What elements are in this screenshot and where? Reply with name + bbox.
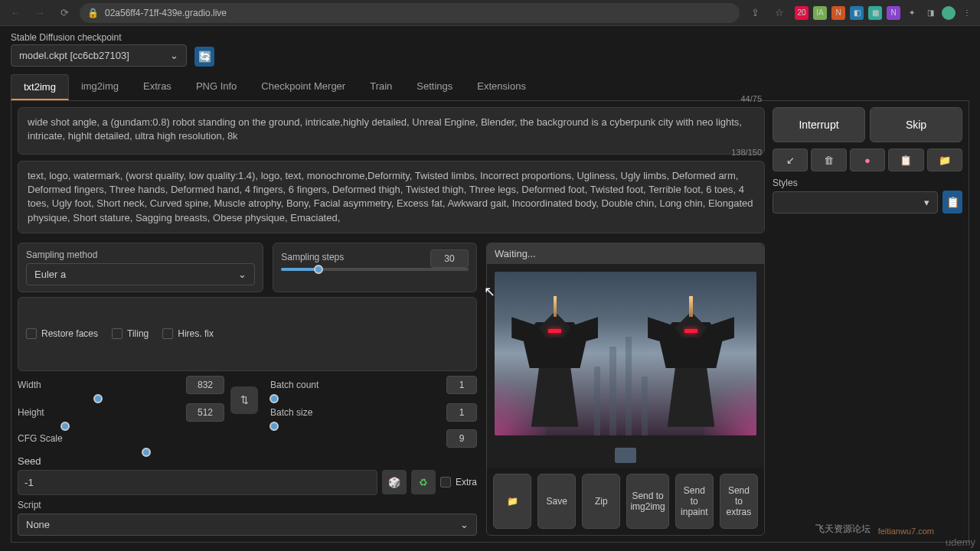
restore-faces-checkbox[interactable]: Restore faces bbox=[26, 304, 98, 364]
send-extras-button[interactable]: Send to extras bbox=[720, 474, 758, 529]
sampling-method-dropdown[interactable]: Euler a ⌄ bbox=[26, 263, 255, 285]
tab-img2img[interactable]: img2img bbox=[69, 74, 131, 100]
script-group: Script None ⌄ bbox=[18, 500, 477, 536]
neg-prompt-token-count: 138/150 bbox=[731, 148, 762, 157]
url-bar[interactable]: 🔒 02a56ff4-71ff-439e.gradio.live bbox=[80, 3, 740, 23]
seed-group: Seed 🎲 ♻ Extra bbox=[18, 455, 477, 495]
puzzle-icon[interactable]: ✦ bbox=[905, 6, 919, 20]
prompt-text[interactable]: wide shot angle, a (gundam:0.8) robot st… bbox=[28, 116, 755, 146]
batch-count-input[interactable] bbox=[446, 376, 477, 394]
tab-txt2img[interactable]: txt2img bbox=[11, 74, 69, 100]
back-button[interactable]: ← bbox=[6, 4, 24, 22]
tab-pnginfo[interactable]: PNG Info bbox=[184, 74, 249, 100]
extension-icons: 20 IA N ◧ ▦ N ✦ ◨ ⋮ bbox=[795, 6, 974, 20]
reload-button[interactable]: ⟳ bbox=[55, 4, 74, 22]
chevron-down-icon: ⌄ bbox=[460, 519, 469, 530]
share-icon[interactable]: ⇪ bbox=[746, 4, 764, 22]
skip-button[interactable]: Skip bbox=[870, 107, 962, 142]
send-inpaint-button[interactable]: Send to inpaint bbox=[675, 474, 714, 529]
chevron-down-icon: ⌄ bbox=[238, 269, 247, 280]
ext-icon-3[interactable]: N bbox=[831, 6, 845, 20]
output-image-area: ✕ bbox=[487, 264, 764, 443]
trash-icon[interactable]: 🗑 bbox=[811, 148, 846, 171]
sampling-steps-slider[interactable] bbox=[281, 268, 469, 271]
panel-icon[interactable]: ◨ bbox=[923, 6, 937, 20]
negative-prompt-box[interactable]: text, logo, watermark, (worst quality, l… bbox=[18, 161, 765, 233]
zip-button[interactable]: Zip bbox=[582, 474, 620, 529]
ext-icon-2[interactable]: IA bbox=[813, 6, 827, 20]
watermark-udemy: udemy bbox=[946, 536, 975, 548]
tiling-checkbox[interactable]: Tiling bbox=[112, 304, 149, 364]
checkbox-row: Restore faces Tiling Hires. fix bbox=[18, 297, 477, 371]
star-icon[interactable]: ☆ bbox=[770, 4, 789, 22]
tab-checkpoint-merger[interactable]: Checkpoint Merger bbox=[249, 74, 358, 100]
save-button[interactable]: Save bbox=[537, 474, 576, 529]
send-img2img-button[interactable]: Send to img2img bbox=[626, 474, 668, 529]
clipboard-icon[interactable]: 📋 bbox=[888, 148, 923, 171]
height-group: Height bbox=[18, 403, 224, 425]
ext-icon-5[interactable]: ▦ bbox=[868, 6, 882, 20]
script-dropdown[interactable]: None ⌄ bbox=[18, 514, 477, 536]
prompt-box[interactable]: wide shot angle, a (gundam:0.8) robot st… bbox=[18, 107, 765, 155]
open-folder-button[interactable]: 📁 bbox=[493, 474, 531, 529]
recycle-seed-button[interactable]: ♻ bbox=[411, 470, 436, 494]
prompt-token-count: 44/75 bbox=[740, 94, 762, 103]
checkpoint-label: Stable Diffusion checkpoint bbox=[11, 32, 187, 43]
height-label: Height bbox=[18, 407, 44, 418]
batch-size-group: Batch size bbox=[270, 403, 477, 425]
sampling-method-label: Sampling method bbox=[26, 249, 255, 260]
chevron-down-icon: ▾ bbox=[924, 197, 929, 208]
output-status: Waiting... bbox=[487, 243, 764, 264]
ext-icon-4[interactable]: ◧ bbox=[850, 6, 864, 20]
apply-style-button[interactable]: 📋 bbox=[942, 191, 962, 214]
ext-icon-1[interactable]: 20 bbox=[795, 6, 808, 20]
width-input[interactable] bbox=[186, 376, 224, 394]
browser-bar: ← → ⟳ 🔒 02a56ff4-71ff-439e.gradio.live ⇪… bbox=[0, 0, 980, 26]
thumbnail[interactable] bbox=[615, 448, 636, 463]
negative-prompt-text[interactable]: text, logo, watermark, (worst quality, l… bbox=[28, 169, 755, 225]
lock-icon: 🔒 bbox=[87, 8, 99, 18]
main-tabs: txt2img img2img Extras PNG Info Checkpoi… bbox=[11, 74, 969, 101]
arrow-icon[interactable]: ↙ bbox=[773, 148, 808, 171]
batch-size-input[interactable] bbox=[446, 403, 477, 422]
tab-extras[interactable]: Extras bbox=[131, 74, 184, 100]
random-seed-button[interactable]: 🎲 bbox=[382, 470, 407, 494]
refresh-checkpoint-button[interactable]: 🔄 bbox=[194, 47, 214, 67]
sampling-steps-input[interactable] bbox=[430, 249, 469, 268]
styles-dropdown[interactable]: ▾ bbox=[773, 191, 938, 214]
swap-dimensions-button[interactable]: ⇅ bbox=[230, 386, 258, 414]
cfg-label: CFG Scale bbox=[18, 433, 63, 444]
profile-icon[interactable] bbox=[942, 6, 956, 20]
styles-label: Styles bbox=[773, 178, 938, 188]
height-input[interactable] bbox=[186, 403, 224, 422]
output-panel: Waiting... ✕ bbox=[486, 243, 765, 536]
interrupt-button[interactable]: Interrupt bbox=[773, 107, 865, 142]
tab-extensions[interactable]: Extensions bbox=[465, 74, 538, 100]
preview-image[interactable] bbox=[495, 272, 756, 435]
cfg-input[interactable] bbox=[446, 429, 477, 448]
seed-extra-checkbox[interactable]: Extra bbox=[440, 477, 477, 487]
sampling-method-block: Sampling method Euler a ⌄ bbox=[18, 243, 263, 292]
url-text: 02a56ff4-71ff-439e.gradio.live bbox=[105, 8, 227, 18]
checkpoint-dropdown[interactable]: model.ckpt [cc6cb27103] ⌄ bbox=[11, 44, 187, 67]
sampling-steps-label: Sampling steps bbox=[281, 252, 344, 262]
menu-dots-icon[interactable]: ⋮ bbox=[960, 6, 974, 20]
width-label: Width bbox=[18, 380, 41, 390]
ext-icon-6[interactable]: N bbox=[887, 6, 900, 20]
tab-settings[interactable]: Settings bbox=[404, 74, 465, 100]
checkpoint-selector: Stable Diffusion checkpoint model.ckpt [… bbox=[11, 32, 187, 67]
watermark-url: feitianwu7.com bbox=[878, 527, 934, 536]
width-group: Width bbox=[18, 376, 224, 397]
folder-icon[interactable]: 📁 bbox=[927, 148, 962, 171]
forward-button[interactable]: → bbox=[31, 4, 49, 22]
seed-input[interactable] bbox=[18, 470, 377, 495]
batch-count-label: Batch count bbox=[270, 380, 318, 390]
palette-icon[interactable]: ● bbox=[850, 148, 885, 171]
chevron-down-icon: ⌄ bbox=[170, 50, 178, 61]
batch-size-label: Batch size bbox=[270, 407, 312, 418]
hires-fix-checkbox[interactable]: Hires. fix bbox=[162, 304, 214, 364]
seed-label: Seed bbox=[18, 455, 477, 467]
thumbnail-row bbox=[487, 443, 764, 468]
script-label: Script bbox=[18, 500, 477, 510]
tab-train[interactable]: Train bbox=[358, 74, 404, 100]
